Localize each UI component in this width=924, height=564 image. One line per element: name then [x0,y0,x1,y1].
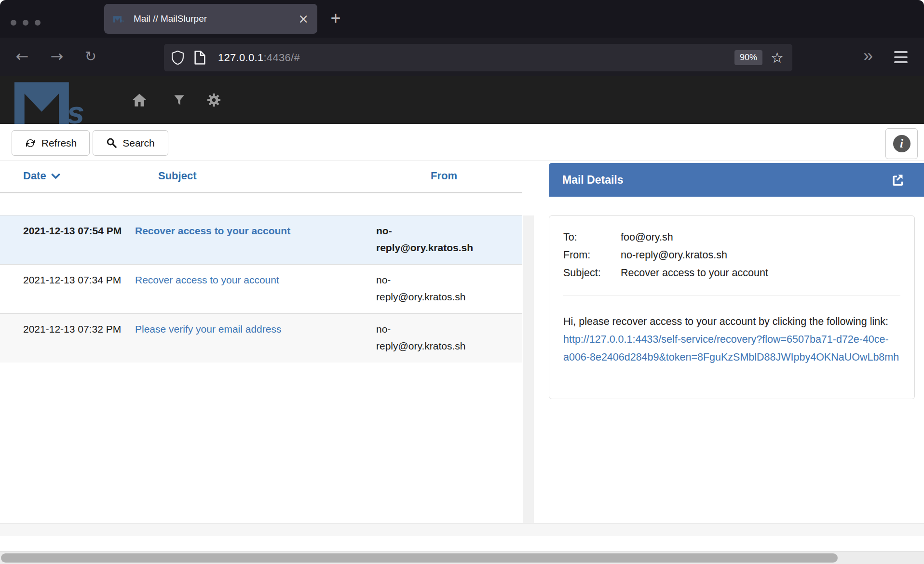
horizontal-scrollbar-thumb[interactable] [1,553,838,563]
tab-bar: s Mail // MailSlurper × + [0,0,924,38]
subject-label: Subject: [563,264,621,282]
mail-list-header: Date Subject From [0,161,522,193]
filter-funnel-icon[interactable] [173,76,186,124]
page-bottom-band [0,523,924,536]
date-header-label: Date [23,170,46,182]
tab-title: Mail // MailSlurper [134,13,298,24]
info-icon: i [893,135,910,152]
forward-button[interactable]: → [46,38,68,76]
page-info-icon[interactable] [194,51,205,65]
home-icon[interactable] [131,76,148,124]
zoom-level-badge[interactable]: 90% [734,50,762,65]
mail-from: no-reply@ory.kratos.sh [376,271,498,305]
search-button[interactable]: Search [93,130,168,156]
hamburger-bar [894,56,908,58]
mail-list: Date Subject From 2021-12-13 07:54 PM Re… [0,161,522,363]
from-value: no-reply@ory.kratos.sh [621,246,727,264]
column-header-subject[interactable]: Subject [158,170,196,182]
back-button[interactable]: ← [12,38,33,76]
url-text[interactable]: 127.0.0.1:4436/# [218,52,300,64]
window-dot-icon[interactable] [35,20,41,26]
info-button[interactable]: i [885,128,918,159]
url-bar[interactable]: 127.0.0.1:4436/# 90% ☆ [164,44,792,71]
window-controls[interactable] [11,20,41,26]
mail-row-selected[interactable]: 2021-12-13 07:54 PM Recover access to yo… [0,215,522,264]
detail-to-row: To: foo@ory.sh [563,228,900,246]
browser-window: s Mail // MailSlurper × + ← → ↻ 127.0.0.… [0,0,924,564]
mail-subject-link[interactable]: Recover access to your account [135,222,376,256]
mail-date: 2021-12-13 07:54 PM [0,222,135,256]
mailslurper-logo[interactable]: s [12,79,107,124]
refresh-label: Refresh [41,137,77,149]
refresh-icon [25,137,36,149]
search-icon [106,137,117,148]
recovery-link[interactable]: http://127.0.0.1:4433/self-service/recov… [563,334,899,363]
horizontal-scrollbar[interactable] [0,551,924,564]
mail-subject-link[interactable]: Please verify your email address [135,321,376,354]
external-link-icon[interactable] [890,173,905,188]
mailslurper-favicon-icon: s [113,15,127,23]
mail-date: 2021-12-13 07:34 PM [0,271,135,305]
detail-from-row: From: no-reply@ory.kratos.sh [563,246,900,264]
search-label: Search [122,137,155,149]
subject-value: Recover access to your account [621,264,768,282]
mail-date: 2021-12-13 07:32 PM [0,321,135,354]
to-label: To: [563,228,621,246]
mail-details-title: Mail Details [562,174,890,187]
column-header-date[interactable]: Date [23,170,60,182]
detail-subject-row: Subject: Recover access to your account [563,264,900,282]
mail-details-card: To: foo@ory.sh From: no-reply@ory.kratos… [549,215,915,399]
bookmark-star-icon[interactable]: ☆ [771,51,784,65]
mail-subject-link[interactable]: Recover access to your account [135,271,376,305]
svg-text:s: s [67,95,84,124]
reload-button[interactable]: ↻ [80,38,101,76]
svg-text:s: s [121,18,124,23]
browser-navbar: ← → ↻ 127.0.0.1:4436/# 90% ☆ » [0,38,924,76]
toolbar-overflow-icon[interactable]: » [856,38,880,76]
mail-row[interactable]: 2021-12-13 07:32 PM Please verify your e… [0,313,522,363]
url-path: :4436/# [263,52,300,64]
new-tab-button[interactable]: + [326,8,345,28]
hamburger-bar [894,61,908,63]
mail-from: no-reply@ory.kratos.sh [376,321,498,354]
shield-icon[interactable] [172,51,184,65]
settings-gear-icon[interactable] [206,76,221,124]
tab-close-icon[interactable]: × [298,13,309,25]
mail-body: Hi, please recover access to your accoun… [563,313,900,366]
hamburger-bar [894,51,908,53]
column-header-from[interactable]: From [431,170,457,182]
mail-rows: 2021-12-13 07:54 PM Recover access to yo… [0,215,522,363]
details-divider [563,295,900,295]
mail-body-text: Hi, please recover access to your accoun… [563,316,888,327]
app-header: s [0,76,924,124]
to-value: foo@ory.sh [621,228,673,246]
window-dot-icon[interactable] [23,20,28,26]
list-scroll-gutter[interactable] [523,215,534,523]
mail-toolbar: Refresh Search i [0,124,924,161]
url-host: 127.0.0.1 [218,52,263,64]
mail-row[interactable]: 2021-12-13 07:34 PM Recover access to yo… [0,264,522,313]
mail-from: no-reply@ory.kratos.sh [376,222,498,256]
sort-chevron-down-icon [51,173,60,179]
page-bottom-strip [0,536,924,551]
mail-details-header: Mail Details [549,163,924,197]
from-label: From: [563,246,621,264]
browser-tab[interactable]: s Mail // MailSlurper × [104,4,317,34]
refresh-button[interactable]: Refresh [12,130,90,156]
menu-hamburger-icon[interactable] [894,51,908,63]
window-dot-icon[interactable] [11,20,16,26]
